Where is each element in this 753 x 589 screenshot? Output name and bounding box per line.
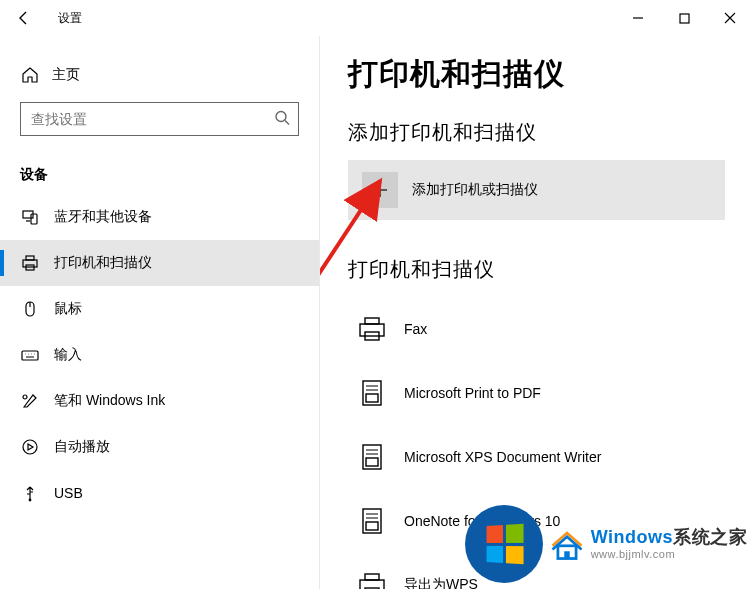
svg-rect-16: [366, 394, 378, 402]
search-icon: [274, 110, 290, 129]
svg-point-1: [276, 112, 286, 122]
usb-icon: [20, 484, 40, 502]
sidebar-item-label: 打印机和扫描仪: [54, 254, 152, 272]
svg-point-11: [29, 499, 32, 502]
house-icon: [547, 524, 587, 564]
sidebar-item-label: USB: [54, 485, 83, 501]
sidebar-item-mouse[interactable]: 鼠标: [0, 286, 319, 332]
home-icon: [20, 66, 40, 84]
page-title: 打印机和扫描仪: [348, 54, 725, 95]
watermark-logo-circle: [465, 505, 543, 583]
close-icon: [724, 12, 736, 24]
doc-printer-icon: [354, 375, 390, 411]
sidebar-item-usb[interactable]: USB: [0, 470, 319, 516]
sidebar-item-label: 自动播放: [54, 438, 110, 456]
device-row[interactable]: Microsoft Print to PDF: [348, 361, 725, 425]
add-section-title: 添加打印机和扫描仪: [348, 119, 725, 146]
search-input[interactable]: [21, 105, 298, 133]
sidebar-item-label: 笔和 Windows Ink: [54, 392, 165, 410]
svg-rect-5: [26, 256, 34, 260]
watermark-text-1a: Windows: [591, 527, 673, 547]
watermark-url: www.bjjmlv.com: [591, 548, 747, 560]
sidebar: 主页 设备 蓝牙和其他设备 打印机和扫描仪: [0, 36, 320, 589]
sidebar-item-label: 输入: [54, 346, 82, 364]
add-button-label: 添加打印机或扫描仪: [412, 181, 538, 199]
doc-printer-icon: [354, 439, 390, 475]
sidebar-home-label: 主页: [52, 66, 80, 84]
window-controls: [615, 0, 753, 36]
svg-rect-12: [360, 324, 384, 336]
arrow-left-icon: [16, 10, 32, 26]
svg-rect-8: [22, 351, 38, 360]
doc-printer-icon: [354, 503, 390, 539]
watermark-text-1b: 系统之家: [673, 527, 747, 547]
sidebar-item-label: 鼠标: [54, 300, 82, 318]
window-title: 设置: [58, 10, 82, 27]
printer-icon: [354, 567, 390, 589]
svg-rect-20: [366, 522, 378, 530]
close-button[interactable]: [707, 0, 753, 36]
svg-point-9: [23, 395, 27, 399]
sidebar-home[interactable]: 主页: [0, 56, 319, 102]
pen-icon: [20, 392, 40, 410]
add-printer-row[interactable]: 添加打印机或扫描仪: [348, 160, 725, 220]
device-label: Microsoft XPS Document Writer: [404, 449, 601, 465]
maximize-icon: [679, 13, 690, 24]
svg-rect-13: [365, 318, 379, 324]
device-label: Fax: [404, 321, 427, 337]
svg-rect-18: [366, 458, 378, 466]
svg-rect-3: [31, 214, 37, 224]
svg-rect-25: [564, 551, 569, 558]
sidebar-item-pen[interactable]: 笔和 Windows Ink: [0, 378, 319, 424]
minimize-icon: [632, 12, 644, 24]
maximize-button[interactable]: [661, 0, 707, 36]
sidebar-item-printers[interactable]: 打印机和扫描仪: [0, 240, 319, 286]
windows-logo-icon: [486, 524, 523, 564]
keyboard-icon: [20, 346, 40, 364]
sidebar-item-autoplay[interactable]: 自动播放: [0, 424, 319, 470]
autoplay-icon: [20, 438, 40, 456]
search-box[interactable]: [20, 102, 299, 136]
mouse-icon: [20, 300, 40, 318]
svg-point-10: [23, 440, 37, 454]
sidebar-item-bluetooth[interactable]: 蓝牙和其他设备: [0, 194, 319, 240]
plus-icon: [370, 180, 390, 200]
device-label: Microsoft Print to PDF: [404, 385, 541, 401]
devices-icon: [20, 208, 40, 226]
list-section-title: 打印机和扫描仪: [348, 256, 725, 283]
minimize-button[interactable]: [615, 0, 661, 36]
printer-icon: [20, 254, 40, 272]
add-button[interactable]: [362, 172, 398, 208]
watermark: Windows系统之家 www.bjjmlv.com: [465, 505, 747, 583]
device-row[interactable]: Microsoft XPS Document Writer: [348, 425, 725, 489]
sidebar-item-typing[interactable]: 输入: [0, 332, 319, 378]
titlebar: 设置: [0, 0, 753, 36]
printer-icon: [354, 311, 390, 347]
svg-rect-22: [365, 574, 379, 580]
svg-rect-0: [680, 14, 689, 23]
back-button[interactable]: [0, 0, 48, 36]
svg-rect-4: [23, 260, 37, 267]
sidebar-item-label: 蓝牙和其他设备: [54, 208, 152, 226]
device-row[interactable]: Fax: [348, 297, 725, 361]
watermark-text: Windows系统之家 www.bjjmlv.com: [591, 528, 747, 560]
sidebar-category: 设备: [0, 150, 319, 194]
